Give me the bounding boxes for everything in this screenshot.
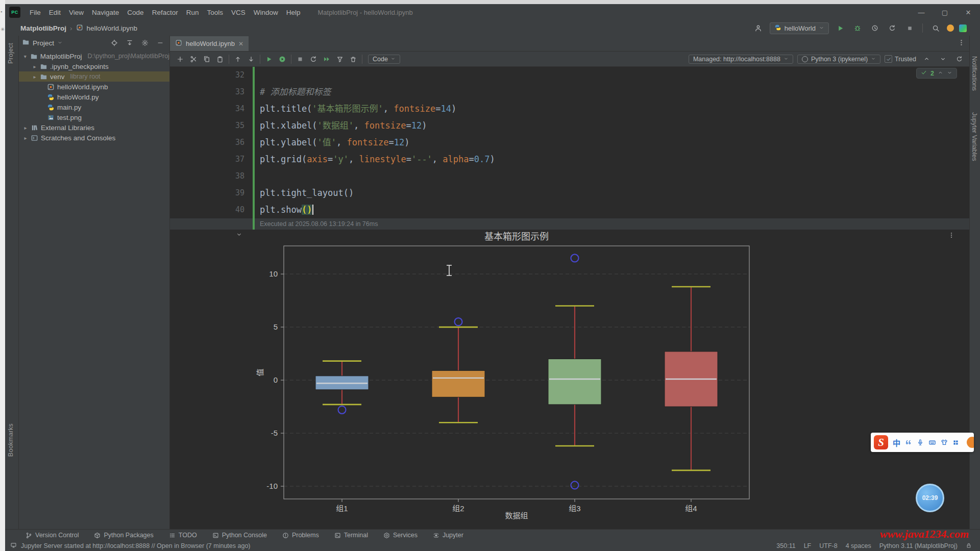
tree-item--ipynb-checkpoints[interactable]: ▸.ipynb_checkpoints bbox=[19, 61, 169, 71]
breadcrumb-project[interactable]: MatplotlibProj bbox=[20, 24, 66, 32]
run-cell-button[interactable] bbox=[263, 54, 275, 65]
python-interpreter[interactable]: Python 3.11 (MatplotlibProj) bbox=[879, 542, 958, 549]
file-encoding[interactable]: UTF-8 bbox=[819, 542, 837, 549]
restart-kernel-button[interactable] bbox=[307, 54, 320, 65]
settings-gear-icon[interactable] bbox=[139, 37, 151, 48]
skin-shirt-icon[interactable] bbox=[941, 439, 948, 446]
output-options-kebab-icon[interactable] bbox=[948, 232, 955, 241]
chevron-down-icon[interactable]: ▾ bbox=[23, 54, 28, 59]
profiler-icon[interactable] bbox=[871, 24, 878, 32]
menu-run[interactable]: Run bbox=[182, 7, 203, 18]
menu-tools[interactable]: Tools bbox=[203, 7, 227, 18]
tree-item-helloworld-ipynb[interactable]: helloWorld.ipynb bbox=[19, 82, 169, 92]
profiler-button[interactable] bbox=[869, 22, 881, 34]
move-cell-down-button[interactable] bbox=[245, 54, 257, 65]
run-all-cells-button[interactable] bbox=[276, 54, 288, 65]
minus-icon[interactable] bbox=[157, 39, 164, 46]
run-all-below-button[interactable] bbox=[321, 54, 333, 65]
grid4-icon[interactable] bbox=[952, 439, 959, 446]
shirt-icon[interactable] bbox=[941, 439, 948, 446]
menu-file[interactable]: File bbox=[26, 7, 45, 18]
tool-stripe-bookmarks[interactable]: Bookmarks bbox=[7, 423, 14, 457]
close-tab-icon[interactable]: ✕ bbox=[238, 40, 243, 47]
trusted-checkbox[interactable]: Trusted bbox=[885, 55, 916, 63]
keyboard-icon[interactable] bbox=[928, 439, 936, 446]
collapse-all-icon[interactable] bbox=[124, 37, 136, 48]
tool-window-terminal[interactable]: Terminal bbox=[334, 532, 368, 539]
editor-options-kebab-icon[interactable] bbox=[958, 39, 965, 48]
menu-view[interactable]: View bbox=[65, 7, 88, 18]
jupyter-server-selector[interactable]: Managed: http://localhost:8888 bbox=[689, 55, 793, 64]
code-editor[interactable]: 3233# 添加标题和标签34plt.title('基本箱形图示例', font… bbox=[170, 67, 969, 230]
copy-cell-button[interactable] bbox=[201, 54, 213, 65]
breadcrumb-file[interactable]: helloWorld.ipynb bbox=[87, 24, 138, 32]
move-cell-up-button[interactable] bbox=[232, 54, 244, 65]
chevron-down-icon[interactable] bbox=[947, 70, 952, 77]
tree-item-external-libraries[interactable]: ▸External Libraries bbox=[19, 122, 169, 133]
interrupt-kernel-button[interactable] bbox=[294, 54, 306, 65]
microphone-icon[interactable] bbox=[917, 439, 924, 446]
sogou-logo-icon[interactable]: S bbox=[874, 435, 888, 449]
execution-status-widget[interactable]: 2 bbox=[916, 68, 957, 79]
cut-cell-button[interactable] bbox=[187, 54, 200, 65]
caret-icon[interactable] bbox=[57, 40, 63, 45]
stop-icon[interactable] bbox=[906, 25, 913, 32]
ide-features-icon[interactable] bbox=[959, 24, 967, 32]
notification-badge-icon[interactable] bbox=[947, 24, 954, 32]
collapse-output-icon[interactable] bbox=[236, 231, 242, 240]
previous-cell-icon[interactable] bbox=[920, 54, 933, 65]
kebab-icon[interactable] bbox=[948, 232, 955, 239]
user-account-icon[interactable] bbox=[752, 22, 765, 34]
tree-item-main-py[interactable]: main.py bbox=[19, 102, 169, 112]
tool-window-todo[interactable]: TODO bbox=[169, 532, 197, 539]
tab-helloworld-ipynb[interactable]: helloWorld.ipynb ✕ bbox=[170, 36, 249, 51]
restart-icon[interactable] bbox=[889, 24, 896, 32]
menu-edit[interactable]: Edit bbox=[45, 7, 65, 18]
coverage-button[interactable] bbox=[886, 22, 898, 34]
caret-icon[interactable] bbox=[940, 56, 946, 62]
maximize-button[interactable]: ▢ bbox=[938, 9, 951, 16]
tool-window-version-control[interactable]: Version Control bbox=[26, 532, 79, 539]
clear-outputs-button[interactable] bbox=[334, 54, 346, 65]
hide-panel-icon[interactable] bbox=[154, 37, 166, 48]
next-cell-icon[interactable] bbox=[937, 54, 949, 65]
ime-chinese-mode-icon[interactable]: 中 bbox=[893, 437, 900, 448]
menu-refactor[interactable]: Refactor bbox=[148, 7, 182, 18]
caret-icon[interactable] bbox=[236, 231, 242, 238]
tool-stripe-jupyter-variables[interactable]: Jupyter Variables bbox=[971, 112, 978, 161]
tool-window-services[interactable]: Services bbox=[383, 532, 418, 539]
bug-icon[interactable] bbox=[854, 24, 861, 32]
punct-icon[interactable] bbox=[905, 439, 912, 446]
person-icon[interactable] bbox=[754, 24, 762, 32]
ime-punctuation-icon[interactable] bbox=[905, 439, 912, 446]
restart-icon[interactable] bbox=[956, 56, 963, 62]
tree-item-helloworld-py[interactable]: helloWorld.py bbox=[19, 92, 169, 102]
paste-cell-button[interactable] bbox=[214, 54, 226, 65]
gear-icon[interactable] bbox=[141, 39, 149, 46]
chevron-right-icon[interactable]: ▸ bbox=[23, 125, 28, 131]
indent-setting[interactable]: 4 spaces bbox=[846, 542, 871, 549]
tool-window-python-packages[interactable]: Python Packages bbox=[94, 532, 153, 539]
mic-icon[interactable] bbox=[917, 439, 924, 446]
tool-window-problems[interactable]: Problems bbox=[282, 532, 319, 539]
line-separator[interactable]: LF bbox=[804, 542, 812, 549]
keyboard-icon[interactable] bbox=[928, 439, 936, 446]
debug-button[interactable] bbox=[851, 22, 864, 34]
run-config-selector[interactable]: helloWorld bbox=[770, 22, 829, 34]
chevup-icon[interactable] bbox=[938, 70, 943, 76]
close-button[interactable]: ✕ bbox=[962, 9, 975, 16]
cell-type-dropdown[interactable]: Code bbox=[368, 55, 400, 64]
kernel-selector[interactable]: Python 3 (ipykernel) bbox=[797, 55, 880, 64]
menu-navigate[interactable]: Navigate bbox=[88, 7, 123, 18]
chevron-up-icon[interactable] bbox=[938, 70, 943, 77]
menu-vcs[interactable]: VCS bbox=[227, 7, 250, 18]
chevron-right-icon[interactable]: ▸ bbox=[32, 64, 37, 69]
caret-icon[interactable] bbox=[947, 70, 952, 76]
ime-more-icon[interactable] bbox=[967, 437, 974, 448]
tool-window-jupyter[interactable]: Jupyter bbox=[433, 532, 463, 539]
status-message[interactable]: Jupyter Server started at http://localho… bbox=[21, 542, 251, 549]
chevup-icon[interactable] bbox=[923, 56, 930, 62]
stop-button[interactable] bbox=[903, 22, 916, 34]
caret-position[interactable]: 350:11 bbox=[776, 542, 795, 549]
menu-help[interactable]: Help bbox=[282, 7, 305, 18]
